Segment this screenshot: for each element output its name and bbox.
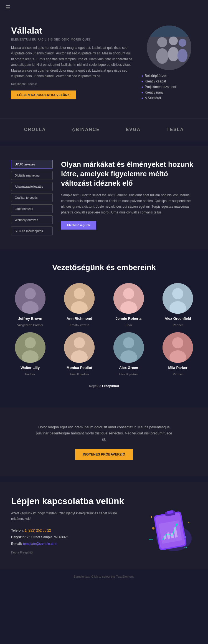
- contact-image-credit: Kép a Freepiktől: [11, 549, 128, 555]
- team-credit-link: Freepikből: [102, 384, 119, 388]
- footer-text: Sample text. Click to select the Text El…: [73, 575, 135, 578]
- cta-button[interactable]: Ingyenes próbaverzió: [75, 449, 133, 460]
- cta-banner: Dolor magna eget est lorem ipsum dolor s…: [0, 407, 208, 476]
- svg-point-48: [184, 536, 186, 538]
- services-cta-button[interactable]: Elérhetőségünk: [61, 221, 96, 230]
- team-member-0: Jeffrey BrownVilágszerte Partner: [8, 283, 52, 327]
- contact-desc: Azért vagyunk itt, hogy minden üzleti ig…: [11, 510, 128, 522]
- hero-body: Massa ultrices mi quis hendrerit dolor m…: [11, 45, 133, 79]
- member-name: Ann Richmond: [67, 316, 92, 321]
- member-name: Jennie Roberts: [116, 316, 142, 321]
- svg-point-5: [179, 39, 186, 47]
- hero-section: Vállalat ELEMENTUM EU FACILISIS SED ODIO…: [0, 14, 208, 118]
- hero-list-item: A Stúdióról: [141, 96, 197, 100]
- brand-logo-binance: ◇BINANCE: [72, 127, 100, 132]
- svg-point-12: [74, 288, 85, 299]
- contact-section: Lépjen kapcsolatba velünk Azért vagyunk …: [0, 482, 208, 569]
- avatar-svg: [64, 332, 95, 363]
- services-section: UI/UX tervezésDigitális marketingAlkalma…: [0, 146, 208, 249]
- team-member-7: Mila ParkerPartner: [156, 332, 200, 376]
- hero-list-item: Kreatív irány: [141, 90, 197, 94]
- hero-credit: Kép innen: Freepik: [11, 82, 133, 85]
- hero-list-item: Projektmenedzsment: [141, 85, 197, 89]
- avatar-svg: [163, 332, 193, 363]
- avatar-svg: [64, 283, 95, 314]
- member-role: Partner: [25, 373, 35, 376]
- member-role: Kreatív vezető: [70, 323, 89, 327]
- svg-point-18: [172, 288, 183, 299]
- hero-list-item: Belsőépítészet: [141, 74, 197, 78]
- hero-left: Vállalat ELEMENTUM EU FACILISIS SED ODIO…: [11, 26, 133, 102]
- avatar: [163, 283, 193, 314]
- contact-button[interactable]: LÉPJEN KAPCSOLATBA VELÜNK: [11, 90, 76, 99]
- svg-point-6: [177, 49, 187, 62]
- contact-phone-row: Telefon: 1 (232) 252 55 22: [11, 527, 128, 534]
- services-body: Sample text. Click to select the Text El…: [61, 192, 197, 215]
- service-button-digitális-marketing[interactable]: Digitális marketing: [11, 171, 53, 180]
- hero-title: Vállalat: [11, 26, 133, 36]
- contact-illustration: ✦ ✦ 〜 〜: [139, 498, 194, 554]
- services-content: Olyan márkákat és élményeket hozunk létr…: [61, 160, 197, 235]
- team-member-6: Alex GreenTársult partner: [107, 332, 151, 376]
- member-role: Társult partner: [69, 373, 89, 376]
- svg-rect-7: [147, 26, 191, 37]
- cta-text: Dolor magna eget est lorem ipsum dolor s…: [35, 424, 173, 442]
- team-member-3: Alex GreenfieldPartner: [156, 283, 200, 327]
- hero-image-svg: [147, 26, 191, 70]
- hamburger-icon[interactable]: ☰: [6, 4, 11, 11]
- svg-text:✦: ✦: [188, 521, 190, 524]
- svg-point-2: [156, 48, 168, 64]
- avatar: [113, 332, 144, 363]
- hero-list-item: Kreatív csapat: [141, 79, 197, 83]
- team-member-4: Walter LillyPartner: [8, 332, 52, 376]
- svg-point-27: [123, 337, 134, 348]
- avatar: [15, 332, 45, 363]
- service-button-webhelytervezés[interactable]: Webhelytervezés: [11, 215, 53, 224]
- brand-logo-crolla: CROLLA: [24, 127, 46, 132]
- member-name: Walter Lilly: [21, 366, 40, 370]
- brands-section: CROLLA◇BINANCEEVGATESLA: [0, 118, 208, 140]
- contact-left: Lépjen kapcsolatba velünk Azért vagyunk …: [11, 496, 128, 555]
- avatar-svg: [15, 332, 45, 363]
- team-credit: Képek a Freepikből: [8, 384, 200, 388]
- hero-subtitle: ELEMENTUM EU FACILISIS SED ODIO MORBI QU…: [11, 38, 133, 41]
- avatar-svg: [113, 283, 144, 314]
- brand-logo-tesla: TESLA: [167, 127, 184, 132]
- avatar-svg: [15, 283, 45, 314]
- contact-email-value[interactable]: template@sample.com: [23, 542, 57, 546]
- contact-phone-label: Telefon:: [11, 529, 24, 532]
- member-role: Világszerte Partner: [17, 323, 43, 327]
- footer-note: Sample text. Click to select the Text El…: [0, 569, 208, 584]
- avatar: [113, 283, 144, 314]
- svg-point-1: [157, 37, 167, 47]
- contact-phone-number[interactable]: 1 (232) 252 55 22: [25, 529, 51, 532]
- hero-list: BelsőépítészetKreatív csapatProjektmened…: [141, 74, 197, 102]
- svg-point-9: [25, 288, 36, 299]
- member-name: Jeffrey Brown: [18, 316, 42, 321]
- member-name: Alex Greenfield: [165, 316, 191, 321]
- contact-info: Telefon: 1 (232) 252 55 22 Helyszín: 75 …: [11, 527, 128, 555]
- service-button-logótervezés[interactable]: Logótervezés: [11, 204, 53, 213]
- avatar: [163, 332, 193, 363]
- service-button-alkalmazásfejlesztés[interactable]: Alkalmazásfejlesztés: [11, 182, 53, 191]
- service-button-seo-és-márkaépítés[interactable]: SEO és márkaépítés: [11, 227, 53, 235]
- contact-right: ✦ ✦ 〜 〜: [136, 496, 197, 555]
- team-member-2: Jennie RobertsElnök: [107, 283, 151, 327]
- svg-point-21: [25, 337, 36, 348]
- hero-image: [147, 26, 191, 70]
- team-grid: Jeffrey BrownVilágszerte PartnerAnn Rich…: [8, 283, 200, 376]
- svg-point-3: [169, 36, 178, 45]
- member-role: Elnök: [125, 323, 133, 327]
- contact-title: Lépjen kapcsolatba velünk: [11, 496, 128, 506]
- avatar-svg: [113, 332, 144, 363]
- svg-point-47: [152, 527, 154, 529]
- svg-rect-35: [159, 520, 182, 544]
- member-name: Monica Pouliot: [67, 366, 92, 370]
- avatar: [15, 283, 45, 314]
- navbar: ☰: [0, 0, 208, 14]
- service-button-grafikai-tervezés[interactable]: Grafikai tervezés: [11, 193, 53, 202]
- team-section: Vezetőségünk és embereink Jeffrey BrownV…: [0, 249, 208, 402]
- service-button-ui/ux-tervezés[interactable]: UI/UX tervezés: [11, 160, 53, 169]
- team-member-1: Ann RichmondKreatív vezető: [58, 283, 102, 327]
- services-buttons: UI/UX tervezésDigitális marketingAlkalma…: [11, 160, 53, 235]
